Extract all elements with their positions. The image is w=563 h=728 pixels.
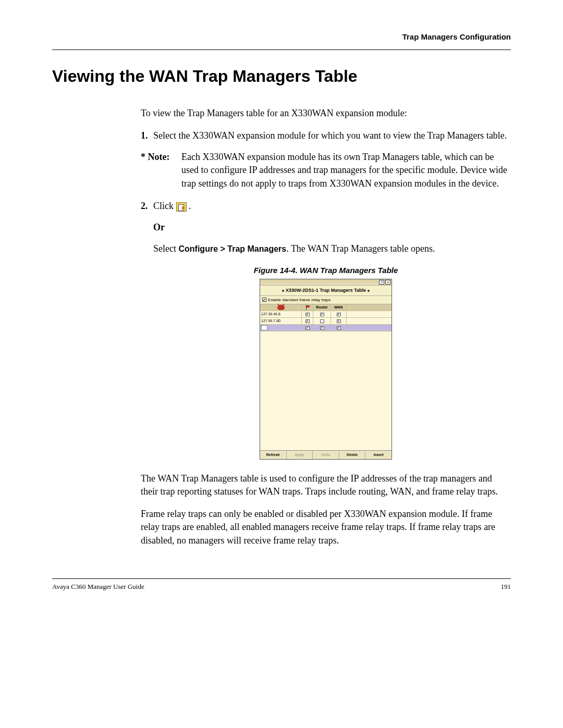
col-flag-header (302, 304, 313, 311)
table-row[interactable]: 127.56.7.80 ✔ ✔ (260, 318, 391, 325)
window-title-row: X330W-2DS1-1 Trap Managers Table (260, 286, 391, 296)
menu-path: Configure > Trap Managers (178, 244, 286, 253)
manager-icon (277, 305, 285, 310)
ip-cell[interactable]: 127.56.7.80 (260, 318, 302, 324)
close-icon[interactable]: × (385, 280, 390, 285)
flag-icon (305, 305, 310, 310)
or-label: Or (153, 221, 511, 234)
step-2-post: . (189, 201, 191, 211)
note-text: Each X330WAN expansion module has its ow… (181, 151, 511, 190)
title-right-dot-icon (368, 290, 370, 292)
router-checkbox[interactable]: ✔ (320, 326, 324, 330)
step-2-pre: Click (153, 201, 176, 211)
footer-left: Avaya C360 Manager User Guide (52, 582, 144, 591)
page-footer: Avaya C360 Manager User Guide 191 (52, 578, 511, 591)
paragraph-2: Frame relay traps can only be enabled or… (141, 508, 511, 547)
frame-relay-label: Enable standard frame relay traps (268, 297, 331, 303)
router-checkbox[interactable]: ✔ (320, 313, 324, 316)
flag-checkbox[interactable]: ✔ (305, 319, 310, 323)
window-button-bar: Refresh Apply Undo Delete Insert (260, 450, 391, 459)
intro-text: To view the Trap Managers table for an X… (141, 107, 511, 120)
step-2-text: Click . (153, 200, 511, 213)
ip-cell[interactable]: 127.36.46.8 (260, 311, 302, 317)
table-row-new[interactable]: ✔ ✔ ✔ (260, 325, 391, 331)
flag-checkbox[interactable]: ✔ (305, 326, 310, 330)
trap-managers-window: ? × X330W-2DS1-1 Trap Managers Table ✔ E… (260, 279, 392, 460)
select-instruction: Select Configure > Trap Managers. The WA… (153, 242, 511, 255)
frame-relay-checkbox-row[interactable]: ✔ Enable standard frame relay traps (260, 296, 391, 304)
step-1-number: 1. (141, 129, 153, 142)
figure-caption: Figure 14-4. WAN Trap Managers Table (141, 265, 511, 276)
title-left-dot-icon (282, 290, 284, 292)
page-title: Viewing the WAN Trap Managers Table (52, 65, 511, 88)
window-title: X330W-2DS1-1 Trap Managers Table (286, 287, 366, 294)
ip-cell[interactable] (260, 325, 302, 331)
window-titlebar: ? × (260, 279, 391, 286)
col-ip-header (260, 304, 302, 311)
delete-button[interactable]: Delete (339, 451, 366, 459)
section-header: Trap Managers Configuration (52, 31, 511, 50)
router-checkbox[interactable] (320, 319, 324, 323)
note-block: * Note: Each X330WAN expansion module ha… (141, 151, 511, 190)
select-pre: Select (153, 243, 178, 254)
col-wan-header: WAN (331, 304, 347, 311)
step-2-number: 2. (141, 200, 153, 213)
wan-checkbox[interactable]: ✔ (337, 326, 341, 330)
insert-button[interactable]: Insert (365, 451, 391, 459)
col-router-header: Router (313, 304, 331, 311)
select-post: . The WAN Trap Managers table opens. (286, 243, 435, 254)
step-1-text: Select the X330WAN expansion module for … (153, 129, 511, 142)
footer-page-number: 191 (501, 582, 511, 591)
trap-managers-toolbar-icon (176, 202, 187, 212)
apply-button[interactable]: Apply (287, 451, 313, 459)
trap-managers-grid: Router WAN 127.36.46.8 ✔ ✔ ✔ 127.56.7.80… (260, 304, 391, 450)
wan-checkbox[interactable]: ✔ (337, 313, 341, 316)
step-1: 1. Select the X330WAN expansion module f… (141, 129, 511, 142)
flag-checkbox[interactable]: ✔ (305, 313, 310, 316)
table-row[interactable]: 127.36.46.8 ✔ ✔ ✔ (260, 311, 391, 318)
paragraph-1: The WAN Trap Managers table is used to c… (141, 472, 511, 498)
help-icon[interactable]: ? (379, 280, 384, 285)
wan-checkbox[interactable]: ✔ (337, 319, 341, 323)
frame-relay-checkbox[interactable]: ✔ (262, 298, 266, 302)
step-2: 2. Click . (141, 200, 511, 213)
refresh-button[interactable]: Refresh (260, 451, 287, 459)
undo-button[interactable]: Undo (313, 451, 339, 459)
grid-header: Router WAN (260, 304, 391, 311)
note-label: * Note: (141, 151, 181, 190)
